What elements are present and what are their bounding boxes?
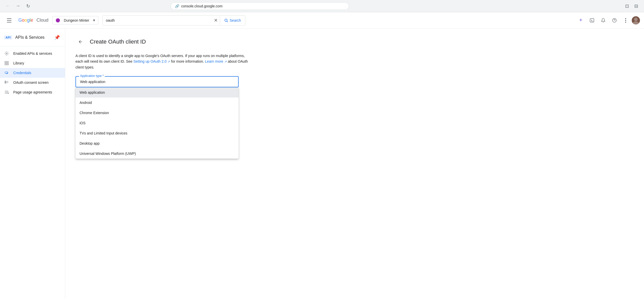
enabled-apis-icon xyxy=(4,51,9,56)
svg-point-13 xyxy=(634,18,638,21)
dropdown-label-desktop: Desktop app xyxy=(80,141,100,145)
api-badge: API xyxy=(4,35,12,39)
dropdown-label-chrome-ext: Chrome Extension xyxy=(80,111,109,115)
dropdown-item-uwp[interactable]: Universal Windows Platform (UWP) xyxy=(75,148,239,159)
page-title: Create OAuth client ID xyxy=(90,38,146,45)
sidebar: API APIs & Services 📌 Enabled APIs & ser… xyxy=(0,29,65,299)
avatar[interactable] xyxy=(632,16,640,24)
form-section: Application type * Web application Web a… xyxy=(75,76,239,87)
svg-rect-1 xyxy=(7,20,11,21)
svg-rect-21 xyxy=(5,81,6,82)
setting-up-oauth-link[interactable]: Setting up OAuth 2.0 ↗ xyxy=(133,59,171,63)
application-type-wrapper: Application type * Web application Web a… xyxy=(75,76,239,87)
dropdown-item-web-app[interactable]: Web application xyxy=(75,87,239,98)
sidebar-label-page-usage: Page usage agreements xyxy=(13,90,52,94)
split-button[interactable]: ⊟ xyxy=(633,3,640,10)
url-text: console.cloud.google.com xyxy=(181,4,345,8)
dropdown-item-desktop[interactable]: Desktop app xyxy=(75,138,239,148)
sidebar-item-library[interactable]: Library xyxy=(0,58,65,68)
library-icon xyxy=(4,61,9,65)
header-actions xyxy=(576,15,640,25)
search-bar: ✕ Search xyxy=(102,15,245,25)
sidebar-label-credentials: Credentials xyxy=(13,71,31,75)
browser-chrome: ← → ↻ 🔗 console.cloud.google.com ⊡ ⊟ xyxy=(0,0,644,12)
dropdown-label-web-app: Web application xyxy=(80,90,105,94)
svg-point-3 xyxy=(225,19,227,21)
link1-text: Setting up OAuth 2.0 xyxy=(133,59,166,63)
gemini-button[interactable] xyxy=(576,15,586,25)
svg-point-10 xyxy=(625,20,626,21)
search-button[interactable]: Search xyxy=(220,16,245,24)
svg-rect-2 xyxy=(7,22,11,22)
project-chevron-icon: ▾ xyxy=(93,18,95,23)
dropdown-item-tvs[interactable]: TVs and Limited Input devices xyxy=(75,128,239,138)
link1-ext-icon: ↗ xyxy=(168,60,170,63)
content-area: Create OAuth client ID A client ID is us… xyxy=(65,29,644,299)
project-selector[interactable]: Dungeon Minter ▾ xyxy=(53,16,98,24)
reload-nav-button[interactable]: ↻ xyxy=(24,3,32,10)
hamburger-menu-button[interactable] xyxy=(4,15,14,25)
url-secure-icon: 🔗 xyxy=(175,4,179,8)
sidebar-item-oauth-consent[interactable]: OAuth consent screen xyxy=(0,78,65,87)
dropdown-item-chrome-ext[interactable]: Chrome Extension xyxy=(75,108,239,118)
sidebar-divider xyxy=(0,46,65,47)
sidebar-item-page-usage[interactable]: Page usage agreements xyxy=(0,87,65,97)
svg-point-15 xyxy=(6,53,7,54)
description-part2: for more information. xyxy=(171,59,205,63)
dropdown-item-ios[interactable]: iOS xyxy=(75,118,239,128)
description-text: A client ID is used to identify a single… xyxy=(75,53,249,70)
link2-ext-icon: ↗ xyxy=(224,60,227,63)
search-clear-button[interactable]: ✕ xyxy=(212,16,220,25)
svg-rect-18 xyxy=(5,64,6,65)
dropdown-label-ios: iOS xyxy=(80,121,85,125)
application-type-dropdown: Web application Android Chrome Extension… xyxy=(75,87,239,159)
google-cloud-logo[interactable]: Google Cloud xyxy=(18,18,48,23)
project-name: Dungeon Minter xyxy=(62,18,91,22)
oauth-consent-icon xyxy=(4,80,9,85)
more-button[interactable] xyxy=(621,15,631,25)
forward-nav-button[interactable]: → xyxy=(14,3,21,10)
selected-value: Web application xyxy=(80,80,105,84)
svg-point-28 xyxy=(8,93,9,94)
search-button-label: Search xyxy=(230,18,241,22)
svg-rect-0 xyxy=(7,18,11,19)
dropdown-label-android: Android xyxy=(80,101,92,105)
cast-button[interactable]: ⊡ xyxy=(624,3,631,10)
help-button[interactable] xyxy=(609,15,620,25)
svg-rect-22 xyxy=(5,82,6,83)
svg-point-11 xyxy=(625,22,626,23)
dropdown-item-android[interactable]: Android xyxy=(75,98,239,108)
page-usage-icon xyxy=(4,90,9,94)
svg-line-4 xyxy=(227,21,228,22)
credentials-icon xyxy=(4,71,9,75)
sidebar-label-library: Library xyxy=(13,61,24,65)
field-label: Application type * xyxy=(79,74,105,78)
sidebar-item-enabled-apis[interactable]: Enabled APIs & services xyxy=(0,49,65,58)
pin-button[interactable]: 📌 xyxy=(53,34,61,41)
sidebar-header: API APIs & Services 📌 xyxy=(0,31,65,44)
svg-point-9 xyxy=(625,18,626,19)
sidebar-label-enabled-apis: Enabled APIs & services xyxy=(13,51,52,56)
search-input[interactable] xyxy=(103,16,212,24)
dropdown-label-uwp: Universal Windows Platform (UWP) xyxy=(80,152,136,156)
back-button[interactable] xyxy=(75,37,86,47)
learn-more-link[interactable]: Learn more ↗ xyxy=(205,59,228,63)
sidebar-item-credentials[interactable]: Credentials xyxy=(0,68,65,78)
url-bar: 🔗 console.cloud.google.com xyxy=(171,2,349,10)
back-nav-button[interactable]: ← xyxy=(4,3,11,10)
svg-rect-16 xyxy=(5,61,6,63)
app-header: Google Cloud Dungeon Minter ▾ ✕ Search xyxy=(0,12,644,29)
terminal-button[interactable] xyxy=(587,15,597,25)
main-layout: API APIs & Services 📌 Enabled APIs & ser… xyxy=(0,29,644,299)
dropdown-label-tvs: TVs and Limited Input devices xyxy=(80,131,127,135)
svg-rect-17 xyxy=(7,61,8,63)
page-header: Create OAuth client ID xyxy=(75,37,634,47)
application-type-field[interactable]: Application type * Web application xyxy=(75,76,239,87)
sidebar-title: APIs & Services xyxy=(15,35,45,40)
project-dot-icon xyxy=(56,18,60,22)
sidebar-label-oauth-consent: OAuth consent screen xyxy=(13,80,49,85)
notifications-button[interactable] xyxy=(598,15,608,25)
link2-text: Learn more xyxy=(205,59,223,63)
svg-rect-19 xyxy=(7,64,8,65)
